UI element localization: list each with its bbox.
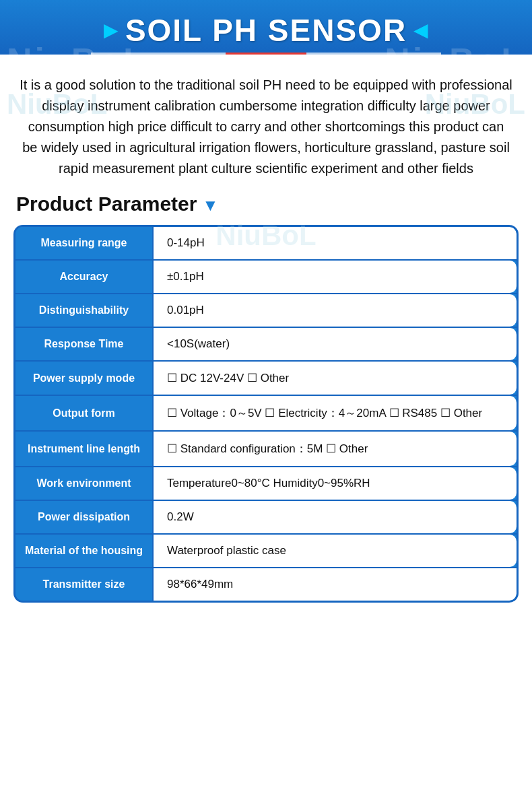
table-cell-value: Waterproof plastic case <box>154 535 517 567</box>
table-cell-label: Instrument line length <box>15 432 154 466</box>
table-cell-label: Material of the housing <box>15 535 154 567</box>
page-title: SOIL PH SENSOR <box>125 12 407 48</box>
table-cell-value: ☐ DC 12V-24V ☐ Other <box>154 362 517 395</box>
table-cell-label: Measuring range <box>15 227 154 259</box>
table-cell-label: Output form <box>15 396 154 430</box>
table-row: Response Time<10S(water) <box>15 328 517 362</box>
table-cell-label: Accuracy <box>15 261 154 293</box>
table-cell-value: 0.2W <box>154 501 517 533</box>
left-arrow-icon: ▶ <box>104 21 119 40</box>
params-section: Product Parameter ▼ NiuBoL Measuring ran… <box>0 186 532 616</box>
table-cell-label: Distinguishability <box>15 294 154 327</box>
table-cell-value: Temperature0~80°C Humidity0~95%RH <box>154 467 517 500</box>
table-row: Instrument line length☐ Standard configu… <box>15 432 517 467</box>
right-arrow-icon: ◀ <box>413 21 428 40</box>
description-section: NiuBoL NiuBoL It is a good solution to t… <box>0 55 532 186</box>
table-row: Power dissipation0.2W <box>15 501 517 535</box>
table-cell-value: 0-14pH <box>154 227 517 259</box>
description-text: It is a good solution to the traditional… <box>19 75 513 179</box>
params-title-row: Product Parameter ▼ <box>13 193 519 215</box>
params-arrow-icon: ▼ <box>202 196 218 215</box>
table-row: Work environmentTemperature0~80°C Humidi… <box>15 467 517 501</box>
table-row: Accuracy±0.1pH <box>15 261 517 294</box>
table-cell-label: Power supply mode <box>15 362 154 395</box>
table-row: Transmitter size98*66*49mm <box>15 568 517 601</box>
table-row: Distinguishability0.01pH <box>15 294 517 328</box>
table-cell-value: 98*66*49mm <box>154 568 517 601</box>
table-cell-value: ±0.1pH <box>154 261 517 293</box>
table-row: Output form☐ Voltage：0～5V ☐ Electricity：… <box>15 396 517 432</box>
table-row: Material of the housingWaterproof plasti… <box>15 535 517 568</box>
table-row: Power supply mode☐ DC 12V-24V ☐ Other <box>15 362 517 396</box>
table-row: Measuring range0-14pH <box>15 227 517 261</box>
table-cell-label: Transmitter size <box>15 568 154 601</box>
table-cell-value: ☐ Voltage：0～5V ☐ Electricity：4～20mA ☐ RS… <box>154 396 517 430</box>
header-section: NiuBoL NiuBoL ▶ SOIL PH SENSOR ◀ <box>0 0 532 55</box>
params-table: Measuring range0-14pHAccuracy±0.1pHDisti… <box>13 225 519 603</box>
params-title: Product Parameter <box>16 193 197 215</box>
table-cell-label: Response Time <box>15 328 154 360</box>
table-cell-value: ☐ Standard configuration：5M ☐ Other <box>154 432 517 466</box>
table-cell-value: <10S(water) <box>154 328 517 360</box>
table-cell-value: 0.01pH <box>154 294 517 327</box>
table-cell-label: Work environment <box>15 467 154 500</box>
header-title-row: ▶ SOIL PH SENSOR ◀ <box>13 12 519 53</box>
table-cell-label: Power dissipation <box>15 501 154 533</box>
